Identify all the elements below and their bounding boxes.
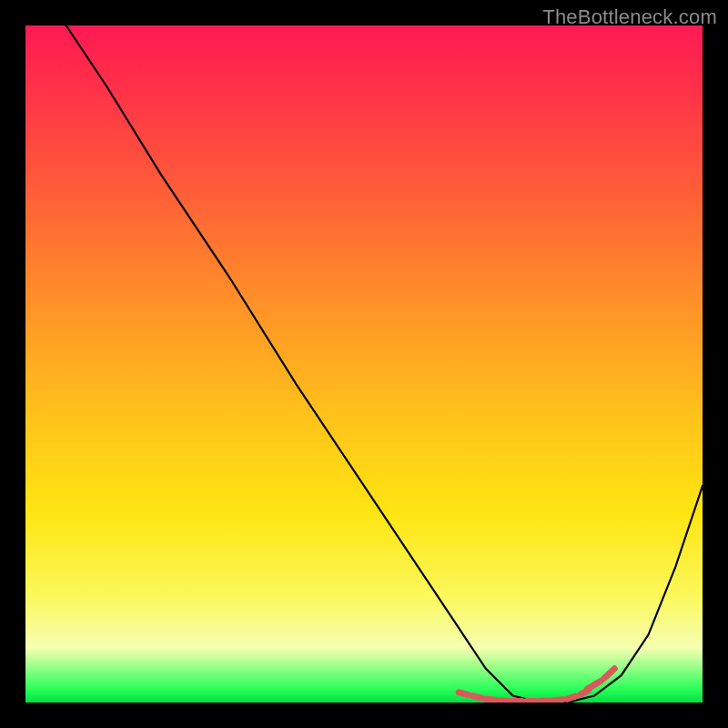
plot-area: [25, 25, 703, 703]
chart-frame: TheBottleneck.com: [0, 0, 728, 728]
bottleneck-curve: [66, 25, 703, 703]
optimal-marker-dot: [604, 669, 614, 678]
chart-svg: [25, 25, 703, 703]
optimal-marker-dot: [588, 681, 602, 689]
watermark-text: TheBottleneck.com: [542, 5, 717, 29]
